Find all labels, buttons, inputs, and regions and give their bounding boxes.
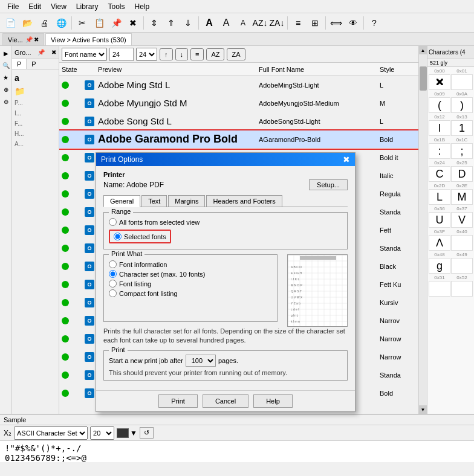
selected-fonts-radio[interactable] [114,233,122,240]
menu-help[interactable]: Help [130,1,155,12]
char-cell[interactable] [451,258,473,274]
char-cell[interactable]: V [451,212,473,228]
scroll-thumb[interactable] [420,66,427,91]
print-dialog[interactable]: Print Options ✖ Printer Name: Adobe PDF … [96,152,356,412]
char-cell[interactable]: ; [451,143,473,159]
menu-view[interactable]: View [46,1,71,12]
char-cell[interactable] [429,281,450,297]
char-cell[interactable]: g [429,258,450,274]
char-cell[interactable]: 🗙 [429,74,450,90]
font-row-selected[interactable]: O Adobe Garamond Pro Bold AGaramondPro-B… [59,130,418,149]
dialog-tab-headers[interactable]: Headers and Footers [206,195,282,207]
paste-btn[interactable]: 📌 [108,15,124,31]
group-item-i[interactable]: I... [13,109,57,118]
char-cell[interactable] [451,74,473,90]
group-item-a[interactable]: a [13,72,57,84]
menu-tools[interactable]: Tools [103,1,130,12]
char-cell[interactable] [451,235,473,251]
char-cell[interactable]: 1 [451,120,473,136]
font-listing-radio[interactable] [109,280,117,288]
dialog-tab-general[interactable]: General [103,195,140,207]
align2-btn[interactable]: ⇑ [163,15,179,31]
char-cell[interactable] [451,281,473,297]
col-header-fullname[interactable]: Full Font Name [259,66,380,73]
icon-btn-3[interactable]: ★ [1,72,11,82]
sort-za-btn[interactable]: ZA↓ [269,15,285,31]
list-btn[interactable]: ≡ [290,15,306,31]
menu-file[interactable]: File [2,1,24,12]
char-cell[interactable]: ( [429,97,450,113]
vertical-scrollbar[interactable]: ▲ ▼ [418,46,427,414]
menu-edit[interactable]: Edit [24,1,46,12]
setup-button[interactable]: Setup... [309,179,348,190]
dialog-tab-text[interactable]: Text [141,195,167,207]
pages-select[interactable]: 100 [186,355,216,367]
font-a-btn[interactable]: A [201,15,217,31]
font-row[interactable]: O Adobe Ming Std L AdobeMingStd-Light L [59,76,418,94]
font-a2-btn[interactable]: A [218,15,234,31]
char-set-radio[interactable] [109,270,117,278]
sort-desc-btn[interactable]: ↓ [175,48,189,60]
preview-btn[interactable]: 👁 [345,15,361,31]
cut-btn[interactable]: ✂ [74,15,90,31]
scroll-down-btn[interactable]: ▼ [419,405,427,414]
sort-az-btn[interactable]: AZ↓ [252,15,268,31]
font-search-dropdown[interactable]: Font name [62,48,107,61]
icon-btn-4[interactable]: ⊕ [1,85,11,94]
char-cell[interactable]: C [429,166,450,182]
font-size-dropdown[interactable]: 24 [136,48,157,61]
dialog-close-button[interactable]: ✖ [343,155,350,164]
col-header-preview[interactable]: Preview [98,66,259,73]
char-cell[interactable]: D [451,166,473,182]
za-btn[interactable]: ZA [227,48,245,60]
compare-btn[interactable]: ⟺ [328,15,344,31]
compact-listing-radio[interactable] [109,289,117,297]
font-row[interactable]: O Adobe Myungjo Std M AdobeMyungjoStd-Me… [59,94,418,112]
scroll-up-btn[interactable]: ▲ [419,46,427,54]
copy-btn[interactable]: 📋 [91,15,107,31]
size-dropdown[interactable]: 20 [90,426,114,440]
charset-dropdown[interactable]: ASCII Character Set [14,426,88,440]
font-size-input[interactable] [109,48,134,61]
char-cell[interactable]: : [429,143,450,159]
icon-btn-2[interactable]: 🔍 [1,60,11,70]
col-header-state[interactable]: State [62,66,85,73]
grid-btn[interactable]: ⊞ [307,15,323,31]
tab-active-fonts[interactable]: View > Active Fonts (530) [45,33,132,45]
align-btn[interactable]: ⇕ [146,15,162,31]
dialog-tab-margins[interactable]: Margins [168,195,205,207]
cancel-button[interactable]: Cancel [203,394,248,408]
color-swatch[interactable] [117,428,129,438]
tab-pin-icon[interactable]: 📌 [25,36,33,43]
char-cell[interactable]: Λ [429,235,450,251]
font-a3-btn[interactable]: A [235,15,251,31]
font-info-radio[interactable] [109,260,117,268]
help-button[interactable]: Help [253,394,293,408]
icon-btn-1[interactable]: ▶ [1,48,11,58]
group-item-a2[interactable]: A... [13,140,57,149]
help-btn[interactable]: ? [366,15,382,31]
group-panel-close[interactable]: ✖ [51,49,56,56]
print-btn[interactable]: 🖨 [36,15,52,31]
print-button[interactable]: Print [158,394,198,408]
group-item-f[interactable]: F... [13,119,57,128]
delete-btn[interactable]: ✖ [125,15,141,31]
open-btn[interactable]: 📂 [19,15,35,31]
char-cell[interactable]: l [429,120,450,136]
col-header-style[interactable]: Style [380,66,416,73]
all-fonts-radio[interactable] [109,218,117,226]
list-view-btn[interactable]: ≡ [190,48,204,60]
group-item-p1[interactable]: P... [13,98,57,108]
char-cell[interactable]: L [429,189,450,205]
group-item-folder[interactable]: 📁 [13,85,57,97]
group-panel-pin[interactable]: 📌 [37,49,45,56]
char-cell[interactable]: U [429,212,450,228]
tab-close-icon[interactable]: ✖ [34,36,39,43]
font-row[interactable]: O Adobe Song Std L AdobeSongStd-Light L [59,112,418,130]
tab-view-left[interactable]: Vie... 📌 ✖ [2,33,44,45]
group-item-h[interactable]: H... [13,129,57,138]
sort-asc-btn[interactable]: ↑ [160,48,173,60]
group-tab-p2[interactable]: P [27,59,41,69]
icon-btn-5[interactable]: ⊖ [1,97,11,106]
color-picker[interactable]: ▼ [117,428,137,438]
